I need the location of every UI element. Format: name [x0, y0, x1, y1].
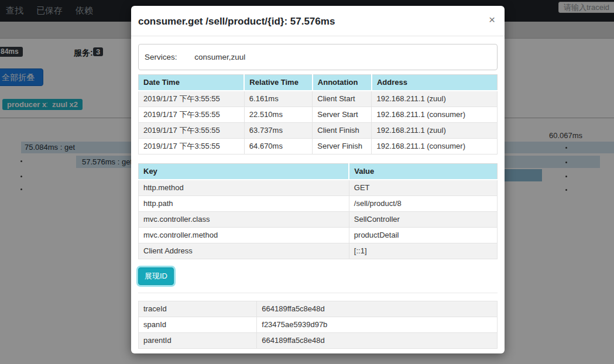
table-cell: 192.168.211.1 (consumer)	[372, 139, 498, 154]
table-row: 2019/1/17 下午3:55:556.161msClient Start19…	[139, 91, 498, 107]
column-header: Annotation	[313, 75, 372, 91]
table-cell: /sell/product/8	[349, 196, 497, 212]
table-row: spanIdf23475ae5939d97b	[139, 317, 498, 333]
services-box: Services: consumer,zuul	[138, 44, 498, 70]
table-cell: 22.510ms	[244, 107, 312, 123]
table-cell: productDetail	[349, 228, 497, 243]
services-label: Services:	[145, 53, 177, 61]
table-cell: GET	[349, 180, 497, 196]
table-cell: SellController	[349, 212, 497, 228]
tags-table: Key Value http.methodGEThttp.path/sell/p…	[138, 163, 498, 259]
modal-title: consumer.get /sell/product/{id}: 57.576m…	[138, 16, 335, 28]
annotations-table: Date Time Relative Time Annotation Addre…	[138, 74, 498, 154]
table-cell: mvc.controller.class	[139, 212, 349, 228]
table-cell: 192.168.211.1 (zuul)	[372, 91, 498, 107]
column-header: Relative Time	[244, 75, 312, 91]
table-cell: http.method	[139, 180, 349, 196]
table-cell: 664189ffa5c8e48d	[257, 333, 498, 349]
table-row: 2019/1/17 下午3:55:5564.670msServer Finish…	[139, 139, 498, 154]
table-row: http.methodGET	[139, 180, 498, 196]
table-cell: 2019/1/17 下午3:55:55	[139, 123, 245, 139]
table-cell: http.path	[139, 196, 349, 212]
table-row: parentId664189ffa5c8e48d	[139, 333, 498, 349]
modal-header: consumer.get /sell/product/{id}: 57.576m…	[131, 6, 505, 36]
table-cell: 192.168.211.1 (consumer)	[372, 107, 498, 123]
table-cell: 664189ffa5c8e48d	[257, 301, 498, 317]
table-row: mvc.controller.methodproductDetail	[139, 228, 498, 243]
table-row: 2019/1/17 下午3:55:5522.510msServer Start1…	[139, 107, 498, 123]
table-cell: Server Finish	[313, 139, 372, 154]
table-cell: Client Address	[139, 243, 349, 259]
table-row: 2019/1/17 下午3:55:5563.737msClient Finish…	[139, 123, 498, 139]
table-cell: 63.737ms	[244, 123, 312, 139]
column-header: Key	[139, 164, 349, 180]
column-header: Date Time	[139, 75, 245, 91]
table-cell: 192.168.211.1 (zuul)	[372, 123, 498, 139]
tags-header-row: Key Value	[139, 164, 498, 180]
modal-body: Services: consumer,zuul Date Time Relati…	[131, 36, 505, 349]
table-cell: Client Finish	[313, 123, 372, 139]
table-cell: 6.161ms	[244, 91, 312, 107]
close-icon[interactable]: ×	[489, 14, 495, 25]
page: 查找 已保存 依赖 84ms 服务: 3 全部折叠 producer x1 zu…	[0, 0, 614, 364]
ids-table: traceId664189ffa5c8e48dspanIdf23475ae593…	[138, 301, 498, 349]
column-header: Value	[349, 164, 497, 180]
table-cell: 2019/1/17 下午3:55:55	[139, 91, 245, 107]
services-value: consumer,zuul	[194, 53, 245, 61]
table-row: traceId664189ffa5c8e48d	[139, 301, 498, 317]
table-row: http.path/sell/product/8	[139, 196, 498, 212]
table-cell: parentId	[139, 333, 257, 349]
table-cell: 64.670ms	[244, 139, 312, 154]
table-cell: spanId	[139, 317, 257, 333]
table-row: mvc.controller.classSellController	[139, 212, 498, 228]
annotations-header-row: Date Time Relative Time Annotation Addre…	[139, 75, 498, 91]
span-detail-modal: consumer.get /sell/product/{id}: 57.576m…	[131, 6, 505, 353]
table-row: Client Address[::1]	[139, 243, 498, 259]
table-cell: mvc.controller.method	[139, 228, 349, 243]
table-cell: 2019/1/17 下午3:55:55	[139, 139, 245, 154]
table-cell: f23475ae5939d97b	[257, 317, 498, 333]
table-cell: traceId	[139, 301, 257, 317]
column-header: Address	[372, 75, 498, 91]
table-cell: Server Start	[313, 107, 372, 123]
table-cell: Client Start	[313, 91, 372, 107]
show-ids-button[interactable]: 展现ID	[138, 267, 174, 285]
table-cell: [::1]	[349, 243, 497, 259]
modal-divider	[138, 293, 498, 293]
table-cell: 2019/1/17 下午3:55:55	[139, 107, 245, 123]
